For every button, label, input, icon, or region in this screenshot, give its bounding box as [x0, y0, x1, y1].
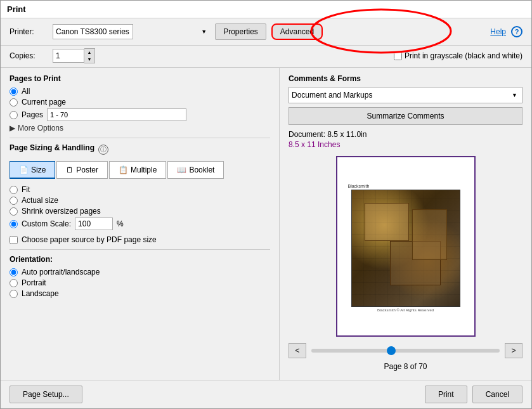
poster-tab[interactable]: 🗒 Poster: [56, 161, 108, 179]
fit-radio[interactable]: [10, 186, 18, 194]
portrait-radio[interactable]: [10, 279, 18, 287]
shrink-label: Shrink oversized pages: [22, 207, 101, 216]
booklet-tab[interactable]: 📖 Booklet: [167, 161, 224, 179]
size-tab-icon: 📄: [19, 166, 29, 174]
multiple-tab-label: Multiple: [131, 166, 157, 174]
actual-size-radio[interactable]: [10, 197, 18, 205]
booklet-tab-icon: 📖: [177, 166, 186, 174]
printer-select[interactable]: Canon TS8300 series: [53, 24, 133, 39]
spinner-buttons: ▲ ▼: [84, 48, 95, 63]
copies-spinner: ▲ ▼: [53, 48, 95, 63]
pages-radio-row: Pages: [10, 108, 270, 121]
custom-scale-label: Custom Scale:: [22, 219, 71, 228]
map-caption: Blacksmith © All Rights Reserved: [377, 308, 434, 312]
auto-orientation-label: Auto portrait/landscape: [22, 268, 100, 276]
pdf-source-row: Choose paper source by PDF page size: [10, 235, 270, 244]
more-options-label: More Options: [18, 124, 63, 133]
cf-select-wrapper: Document and Markups Document Document a…: [289, 87, 522, 103]
portrait-label: Portrait: [22, 278, 46, 287]
fit-label: Fit: [22, 185, 30, 194]
page-slider-track: [311, 349, 500, 353]
preview-page: Blacksmith Blacksmith © All: [336, 156, 476, 337]
sizing-header: Page Sizing & Handling ⓘ: [10, 143, 270, 156]
landscape-label: Landscape: [22, 289, 59, 298]
summarize-comments-button[interactable]: Summarize Comments: [289, 107, 522, 125]
advanced-button[interactable]: Advanced: [271, 23, 323, 40]
current-page-radio[interactable]: [10, 98, 18, 107]
more-options-row[interactable]: ▶ More Options: [10, 124, 270, 133]
printer-label: Printer:: [10, 27, 48, 36]
properties-button[interactable]: Properties: [215, 23, 266, 40]
multiple-tab-icon: 📋: [119, 166, 128, 174]
custom-scale-input[interactable]: [75, 217, 113, 230]
grayscale-row: Print in grayscale (black and white): [394, 51, 522, 60]
current-page-label: Current page: [22, 98, 66, 107]
shrink-radio-row: Shrink oversized pages: [10, 207, 270, 216]
auto-orientation-radio[interactable]: [10, 268, 18, 276]
orientation-section: Orientation: Auto portrait/landscape Por…: [10, 255, 270, 298]
custom-scale-radio[interactable]: [10, 220, 18, 228]
map-image: [351, 190, 460, 307]
pages-radio-group: All Current page Pages: [10, 87, 270, 121]
window-title: Print: [7, 4, 26, 14]
page-setup-button[interactable]: Page Setup...: [10, 386, 82, 403]
size-tab-label: Size: [31, 166, 46, 174]
sizing-options: Fit Actual size Shrink oversized pages C…: [10, 185, 270, 230]
preview-container: Blacksmith Blacksmith © All: [289, 153, 522, 339]
pages-range-input[interactable]: [47, 108, 186, 121]
landscape-radio[interactable]: [10, 290, 18, 298]
help-link[interactable]: Help: [490, 27, 506, 36]
second-row: Copies: ▲ ▼ Print in grayscale (black an…: [1, 46, 531, 68]
all-radio[interactable]: [10, 88, 18, 96]
top-row: Printer: Canon TS8300 series Properties …: [1, 18, 531, 46]
shrink-radio[interactable]: [10, 207, 18, 216]
doc-size: 8.5 x 11 Inches: [289, 140, 522, 149]
tab-buttons: 📄 Size 🗒 Poster 📋 Multiple 📖 Booklet: [10, 161, 270, 179]
main-content: Pages to Print All Current page Pages ▶: [1, 68, 531, 380]
print-button[interactable]: Print: [425, 386, 467, 403]
cancel-button[interactable]: Cancel: [472, 386, 522, 403]
page-info: Page 8 of 70: [289, 362, 522, 371]
pages-range-label: Pages: [22, 110, 43, 119]
sizing-info-icon[interactable]: ⓘ: [98, 145, 108, 155]
current-page-radio-row: Current page: [10, 98, 270, 107]
all-label: All: [22, 87, 30, 96]
map-title-area: Blacksmith: [346, 181, 466, 190]
actual-size-label: Actual size: [22, 196, 58, 205]
page-slider-thumb[interactable]: [387, 346, 396, 355]
poster-tab-label: Poster: [76, 166, 98, 174]
landscape-row: Landscape: [10, 289, 270, 298]
spinner-down[interactable]: ▼: [84, 56, 94, 63]
poster-tab-icon: 🗒: [66, 166, 74, 174]
copies-label: Copies:: [10, 51, 48, 60]
pages-range-radio[interactable]: [10, 111, 18, 119]
all-radio-row: All: [10, 87, 270, 96]
portrait-row: Portrait: [10, 278, 270, 287]
copies-input[interactable]: [53, 49, 84, 63]
grayscale-label: Print in grayscale (black and white): [405, 51, 522, 60]
percent-label: %: [117, 219, 124, 228]
prev-page-button[interactable]: <: [289, 343, 306, 358]
nav-bar: < >: [289, 339, 522, 362]
map-title: Blacksmith: [348, 184, 370, 188]
auto-orientation-row: Auto portrait/landscape: [10, 268, 270, 276]
booklet-tab-label: Booklet: [189, 166, 214, 174]
comments-forms-select[interactable]: Document and Markups Document Document a…: [289, 87, 522, 103]
doc-info: Document: 8.5 x 11.0in: [289, 130, 522, 139]
actual-size-radio-row: Actual size: [10, 196, 270, 205]
orientation-title: Orientation:: [10, 255, 270, 264]
grayscale-checkbox[interactable]: [394, 52, 402, 60]
custom-scale-row: Custom Scale: %: [10, 217, 270, 230]
left-panel: Pages to Print All Current page Pages ▶: [1, 68, 280, 380]
comments-forms-title: Comments & Forms: [289, 74, 522, 83]
title-bar: Print: [1, 1, 531, 18]
pdf-source-label: Choose paper source by PDF page size: [22, 235, 157, 244]
right-panel: Comments & Forms Document and Markups Do…: [280, 68, 531, 380]
multiple-tab[interactable]: 📋 Multiple: [109, 161, 166, 179]
comments-forms-section: Comments & Forms Document and Markups Do…: [289, 74, 522, 125]
size-tab[interactable]: 📄 Size: [10, 161, 55, 179]
help-icon[interactable]: ?: [511, 26, 522, 37]
pdf-source-checkbox[interactable]: [10, 236, 18, 244]
spinner-up[interactable]: ▲: [84, 49, 94, 56]
next-page-button[interactable]: >: [505, 343, 522, 358]
